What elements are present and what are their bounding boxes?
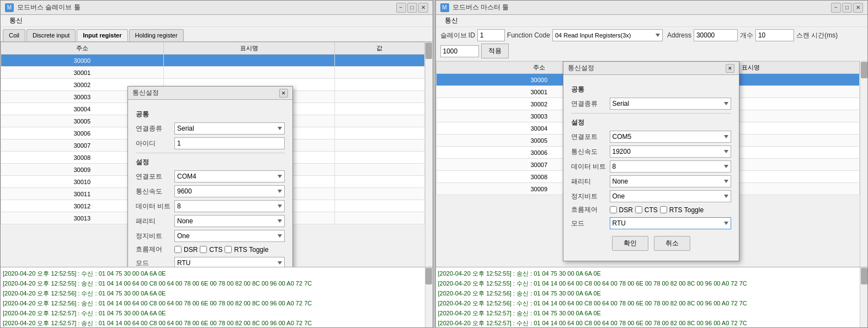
master-close-button[interactable]: ✕ xyxy=(853,3,863,13)
slave-parity-select[interactable]: None xyxy=(174,215,285,227)
master-baud-select[interactable]: 19200 xyxy=(610,146,731,158)
master-parity-row: 패리티 None xyxy=(571,175,731,187)
slave-port-label: 연결포트 xyxy=(136,172,174,181)
slave-conn-type-row: 연결종류 Serial xyxy=(136,122,285,135)
slave-baud-row: 통신속도 9600 xyxy=(136,185,285,197)
slave-flow-row: 흐름제어 DSR CTS RTS Toggle xyxy=(136,245,285,254)
slave-tab-input-register[interactable]: Input register xyxy=(77,29,127,41)
slave-modal-title-bar: 통신설정 ✕ xyxy=(128,87,292,100)
slave-scroll-thumb[interactable] xyxy=(425,42,432,59)
master-title-left: M 모드버스 마스터 툴 xyxy=(440,3,509,12)
slave-log-2: [2020-04-20 오후 12:52:56] : 수신 : 01 04 75… xyxy=(3,288,430,298)
slave-table-row[interactable]: 30000 xyxy=(1,55,425,67)
slave-log-1: [2020-04-20 오후 12:52:55] : 송신 : 01 04 14… xyxy=(3,278,430,288)
slave-menu-bar: 통신 xyxy=(1,15,433,27)
master-databits-row: 데이터 비트 8 xyxy=(571,160,731,173)
slave-parity-label: 패리티 xyxy=(136,217,174,226)
master-mode-select[interactable]: RTU xyxy=(610,217,731,229)
slave-rts-checkbox[interactable] xyxy=(225,246,232,253)
slave-id-input[interactable] xyxy=(174,137,285,149)
master-title-bar: M 모드버스 마스터 툴 − □ ✕ xyxy=(436,1,868,15)
master-title-buttons: − □ ✕ xyxy=(831,3,863,13)
slave-minimize-button[interactable]: − xyxy=(396,3,406,13)
master-count-input[interactable] xyxy=(755,29,794,41)
slave-dsr-checkbox[interactable] xyxy=(174,246,182,253)
slave-flow-checkboxes: DSR CTS RTS Toggle xyxy=(174,246,269,254)
slave-conn-type-select[interactable]: Serial xyxy=(174,122,285,135)
master-common-section: 공통 xyxy=(571,85,731,94)
master-log-4: [2020-04-20 오후 12:52:57] : 송신 : 01 04 75… xyxy=(438,308,866,318)
master-count-label: 개수 xyxy=(740,31,753,40)
slave-stopbits-label: 정지비트 xyxy=(136,232,174,241)
slave-maximize-button[interactable]: □ xyxy=(407,3,417,13)
master-maximize-button[interactable]: □ xyxy=(842,3,852,13)
master-scan-input[interactable] xyxy=(440,45,479,57)
master-modal-buttons: 확인 취소 xyxy=(571,236,731,255)
master-ok-button[interactable]: 확인 xyxy=(612,236,648,251)
master-function-code-select[interactable]: 04 Read Input Registers(3x) xyxy=(552,29,663,41)
slave-mode-row: 모드 RTU xyxy=(136,257,285,267)
master-rts-checkbox[interactable] xyxy=(660,206,667,213)
slave-stopbits-select[interactable]: One xyxy=(174,230,285,242)
master-cts-checkbox[interactable] xyxy=(635,206,642,213)
master-function-code-label: Function Code xyxy=(507,31,550,39)
slave-tab-holding-register[interactable]: Holding register xyxy=(129,29,184,41)
master-dsr-checkbox[interactable] xyxy=(610,206,617,213)
slave-cts-checkbox[interactable] xyxy=(200,246,207,253)
master-flow-row: 흐름제어 DSR CTS RTS Toggle xyxy=(571,205,731,214)
slave-table-row[interactable]: 30001 xyxy=(1,67,425,79)
master-scroll-thumb[interactable] xyxy=(861,62,867,78)
master-log-3: [2020-04-20 오후 12:52:56] : 수신 : 01 04 14… xyxy=(438,298,866,308)
slave-col-val: 값 xyxy=(335,42,424,55)
master-modal-close-button[interactable]: ✕ xyxy=(726,64,734,73)
master-baud-row: 통신속도 19200 xyxy=(571,146,731,158)
slave-id-label: 아이디 xyxy=(136,139,174,148)
slave-col-name: 표시명 xyxy=(163,42,335,55)
slave-flow-label: 흐름제어 xyxy=(136,245,174,254)
master-menu-comm[interactable]: 통신 xyxy=(440,15,462,26)
slave-common-section: 공통 xyxy=(136,110,285,119)
slave-log-0: [2020-04-20 오후 12:52:55] : 수신 : 01 04 75… xyxy=(3,268,430,278)
slave-mode-select[interactable]: RTU xyxy=(174,257,285,267)
slave-modal-close-button[interactable]: ✕ xyxy=(279,89,288,98)
master-scrollbar[interactable] xyxy=(860,61,867,267)
slave-stopbits-row: 정지비트 One xyxy=(136,230,285,242)
master-slave-id-input[interactable] xyxy=(477,29,505,41)
slave-baud-select[interactable]: 9600 xyxy=(174,185,285,197)
slave-title-text: 모드버스 슬레이브 툴 xyxy=(17,3,81,12)
master-stopbits-select[interactable]: One xyxy=(610,190,731,202)
master-log-2: [2020-04-20 오후 12:52:56] : 송신 : 01 04 75… xyxy=(438,288,866,298)
slave-window: M 모드버스 슬레이브 툴 − □ ✕ 통신 Coil Discrete inp… xyxy=(0,0,433,328)
master-rts-label: RTS Toggle xyxy=(669,206,704,214)
master-minimize-button[interactable]: − xyxy=(831,3,841,13)
slave-log-scroll-thumb[interactable] xyxy=(425,268,432,284)
master-apply-button[interactable]: 적용 xyxy=(481,44,509,58)
slave-close-button[interactable]: ✕ xyxy=(418,3,428,13)
slave-tab-coil[interactable]: Coil xyxy=(3,29,25,41)
slave-dsr-label: DSR xyxy=(184,246,198,254)
master-mode-row: 모드 RTU xyxy=(571,217,731,229)
master-app-icon: M xyxy=(440,3,449,12)
slave-tabs: Coil Discrete input Input register Holdi… xyxy=(1,27,433,42)
slave-log-4: [2020-04-20 오후 12:52:57] : 수신 : 01 04 75… xyxy=(3,308,430,318)
slave-databits-select[interactable]: 8 xyxy=(174,200,285,212)
master-log-scrollbar[interactable] xyxy=(860,267,867,327)
slave-tab-discrete[interactable]: Discrete input xyxy=(26,29,76,41)
master-conn-type-select[interactable]: Serial xyxy=(610,98,731,110)
slave-menu-comm[interactable]: 통신 xyxy=(5,15,27,26)
slave-id-row: 아이디 xyxy=(136,137,285,149)
master-log-scroll-thumb[interactable] xyxy=(861,268,867,284)
master-title-text: 모드버스 마스터 툴 xyxy=(452,3,509,12)
slave-port-select[interactable]: COM4 xyxy=(174,170,285,182)
slave-log-scrollbar[interactable] xyxy=(425,267,433,327)
master-log-area: [2020-04-20 오후 12:52:55] : 송신 : 01 04 75… xyxy=(436,267,868,327)
master-port-select[interactable]: COM5 xyxy=(610,131,731,143)
master-address-input[interactable] xyxy=(694,29,738,41)
master-cancel-button[interactable]: 취소 xyxy=(654,236,690,251)
master-dsr-label: DSR xyxy=(619,206,633,214)
master-parity-select[interactable]: None xyxy=(610,175,731,187)
master-cts-label: CTS xyxy=(645,206,658,214)
master-modal-title: 통신설정 xyxy=(568,63,594,73)
master-databits-select[interactable]: 8 xyxy=(610,160,731,173)
slave-scrollbar[interactable] xyxy=(425,42,433,267)
